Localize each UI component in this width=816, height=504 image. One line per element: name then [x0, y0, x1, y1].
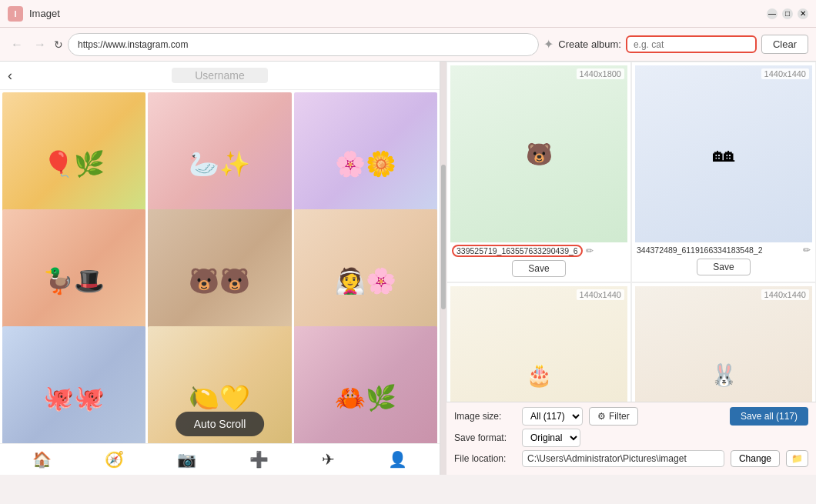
image-thumb-wrapper-2: 🏘 1440x1440 — [635, 65, 812, 242]
image-thumb-wrapper-1: 🐻 1440x1800 — [450, 65, 627, 242]
left-panel: ‹ Username 🎈🌿 🦢✨ 🌸🌼 🦆🎩 🐻🐻 👰🌸 — [0, 62, 440, 475]
nav-add-button[interactable]: ➕ — [249, 450, 269, 469]
right-panel: 🐻 1440x1800 339525719_163557633290439_6 … — [446, 62, 816, 475]
album-input-wrapper — [626, 35, 757, 53]
change-location-button[interactable]: Change — [731, 450, 780, 467]
filter-button[interactable]: ⚙ Filter — [589, 407, 638, 426]
image-thumb-3[interactable]: 🎂 — [450, 286, 627, 402]
maximize-button[interactable]: □ — [782, 8, 793, 19]
auto-scroll-button[interactable]: Auto Scroll — [176, 412, 265, 436]
filter-label: Filter — [609, 411, 630, 422]
list-item[interactable]: 🐙🐙 — [2, 326, 145, 443]
image-cell-1: 🐻 1440x1800 339525719_163557633290439_6 … — [446, 62, 631, 282]
feed-image-octopus: 🐙🐙 — [2, 326, 145, 443]
nav-profile-button[interactable]: 👤 — [388, 450, 407, 469]
open-folder-button[interactable]: 📁 — [786, 450, 808, 467]
feed-username: Username — [172, 68, 268, 83]
forward-button[interactable]: → — [31, 36, 49, 53]
list-item[interactable]: 🦀🌿 — [294, 326, 437, 443]
image-size-label: Image size: — [454, 411, 516, 422]
image-cell-4: 🐰 1440x1440 340188693_762446442105228_5 … — [631, 282, 816, 402]
save-row-1: Save — [450, 259, 627, 279]
clear-button[interactable]: Clear — [761, 35, 808, 54]
nav-send-button[interactable]: ✈ — [322, 450, 335, 469]
save-button-2[interactable]: Save — [697, 259, 750, 275]
format-select[interactable]: Original — [522, 429, 580, 447]
image-size-select[interactable]: All (117) — [522, 407, 583, 426]
image-thumb-1[interactable]: 🐻 — [450, 65, 627, 242]
edit-icon-1[interactable]: ✏ — [586, 245, 594, 256]
nav-explore-button[interactable]: 🧭 — [105, 450, 124, 469]
image-name-row-1: 339525719_163557633290439_6 ✏ — [450, 242, 627, 259]
image-dimensions-1: 1440x1800 — [577, 68, 624, 79]
nav-home-button[interactable]: 🏠 — [32, 450, 52, 469]
bottom-controls: Image size: All (117) ⚙ Filter Save all … — [446, 402, 816, 475]
back-button[interactable]: ← — [8, 36, 26, 53]
browserbar: ← → ↻ ✦ Create album: Clear — [0, 28, 816, 62]
image-thumb-2[interactable]: 🏘 — [635, 65, 812, 242]
image-dimensions-4: 1440x1440 — [761, 289, 809, 300]
nav-reels-button[interactable]: 📷 — [177, 450, 196, 469]
image-cell-3: 🎂 1440x1440 340142422_769760094667543_2 … — [446, 282, 631, 402]
panel-scrollbar[interactable] — [440, 62, 446, 475]
image-thumb-4[interactable]: 🐰 — [635, 286, 812, 402]
main-area: ‹ Username 🎈🌿 🦢✨ 🌸🌼 🦆🎩 🐻🐻 👰🌸 — [0, 62, 816, 475]
feed-image-crab: 🦀🌿 — [294, 326, 437, 443]
close-button[interactable]: ✕ — [798, 8, 808, 19]
app-title: Imaget — [29, 8, 60, 19]
bottom-nav: 🏠 🧭 📷 ➕ ✈ 👤 — [0, 443, 440, 475]
minimize-button[interactable]: — — [767, 8, 778, 19]
titlebar-left: I Imaget — [8, 6, 60, 22]
feed-header: ‹ Username — [0, 62, 440, 90]
image-size-row: Image size: All (117) ⚙ Filter Save all … — [454, 407, 808, 426]
bookmark-button[interactable]: ✦ — [543, 37, 553, 52]
album-label: Create album: — [558, 38, 621, 50]
image-filename-1: 339525719_163557633290439_6 — [456, 246, 578, 255]
album-input[interactable] — [634, 39, 749, 50]
scrollbar-thumb — [441, 165, 446, 309]
save-format-label: Save format: — [454, 432, 516, 443]
titlebar: I Imaget — □ ✕ — [0, 0, 816, 28]
save-button-1[interactable]: Save — [512, 260, 565, 277]
save-format-row: Save format: Original — [454, 429, 808, 447]
file-location-input[interactable] — [522, 450, 724, 467]
image-thumb-wrapper-4: 🐰 1440x1440 — [635, 286, 812, 402]
feed-grid: 🎈🌿 🦢✨ 🌸🌼 🦆🎩 🐻🐻 👰🌸 🐙🐙 — [0, 90, 440, 443]
feed-back-button[interactable]: ‹ — [8, 68, 12, 84]
image-name-row-2: 344372489_6119166334183548_2 ✏ — [635, 242, 812, 257]
filter-icon: ⚙ — [597, 411, 606, 422]
titlebar-controls: — □ ✕ — [767, 8, 808, 19]
image-name-oval-1: 339525719_163557633290439_6 — [452, 245, 583, 257]
image-filename-2: 344372489_6119166334183548_2 — [637, 245, 800, 255]
url-bar[interactable] — [68, 33, 539, 56]
image-cell-2: 🏘 1440x1440 344372489_6119166334183548_2… — [631, 62, 816, 282]
save-all-button[interactable]: Save all (117) — [730, 407, 808, 426]
image-thumb-wrapper-3: 🎂 1440x1440 — [450, 286, 627, 402]
file-location-row: File location: Change 📁 — [454, 450, 808, 467]
image-dimensions-3: 1440x1440 — [577, 289, 624, 300]
save-row-2: Save — [635, 257, 812, 277]
file-location-label: File location: — [454, 453, 516, 464]
edit-icon-2[interactable]: ✏ — [803, 245, 811, 255]
image-grid: 🐻 1440x1800 339525719_163557633290439_6 … — [446, 62, 816, 402]
image-dimensions-2: 1440x1440 — [761, 68, 809, 79]
reload-button[interactable]: ↻ — [54, 38, 63, 51]
app-icon: I — [8, 6, 23, 22]
